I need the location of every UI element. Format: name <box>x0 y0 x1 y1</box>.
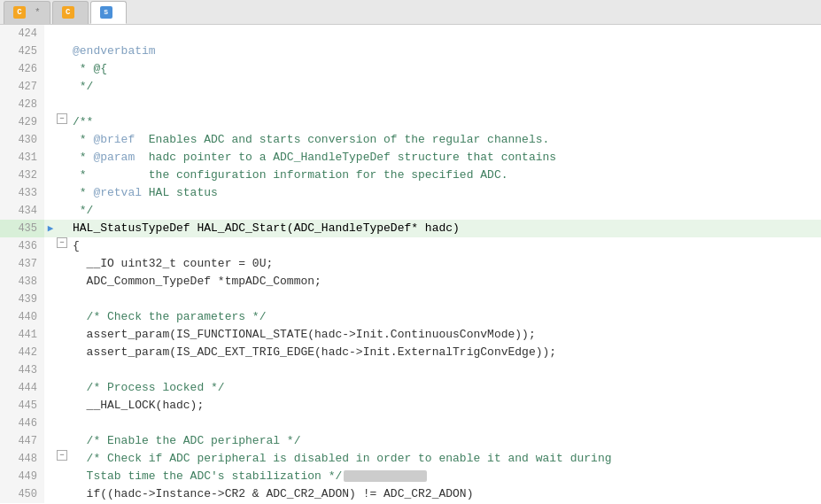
fold-spacer-432 <box>57 167 69 184</box>
code-line-441: 441 assert_param(IS_FUNCTIONAL_STATE(had… <box>0 326 821 344</box>
line-arrow-447 <box>44 432 57 450</box>
code-line-426: 426 * @{ <box>0 60 821 78</box>
fold-spacer-427 <box>57 78 69 96</box>
line-content-424 <box>69 25 821 43</box>
line-number-434: 434 <box>0 202 44 220</box>
fold-spacer-425 <box>57 43 69 60</box>
line-arrow-442 <box>44 344 57 361</box>
line-arrow-438 <box>44 273 57 291</box>
line-number-432: 432 <box>0 167 44 184</box>
fold-icon-448[interactable]: − <box>57 450 67 461</box>
fold-spacer-430 <box>57 131 69 149</box>
tab-main-c[interactable]: C * <box>4 1 50 24</box>
code-line-425: 425@endverbatim <box>0 43 821 60</box>
line-arrow-444 <box>44 379 57 397</box>
line-content-437: __IO uint32_t counter = 0U; <box>69 255 821 273</box>
line-arrow-450 <box>44 485 57 503</box>
line-arrow-425 <box>44 43 57 60</box>
line-content-433: * @retval HAL status <box>69 184 821 202</box>
blurred-content <box>344 470 427 482</box>
code-line-432: 432 * the configuration information for … <box>0 167 821 184</box>
line-arrow-440 <box>44 308 57 326</box>
fold-spacer-426 <box>57 60 69 78</box>
line-content-449: Tstab time the ADC's stabilization */ <box>69 468 821 485</box>
line-number-445: 445 <box>0 397 44 415</box>
line-arrow-433 <box>44 184 57 202</box>
line-content-442: assert_param(IS_ADC_EXT_TRIG_EDGE(hadc->… <box>69 344 821 361</box>
code-line-427: 427 */ <box>0 78 821 96</box>
code-area[interactable]: 424425@endverbatim426 * @{427 */428429−/… <box>0 25 821 504</box>
code-line-445: 445 __HAL_LOCK(hadc); <box>0 397 821 415</box>
tab-modified-main-c: * <box>35 7 41 18</box>
fold-spacer-444 <box>57 379 69 397</box>
line-arrow-436 <box>44 237 57 255</box>
code-line-439: 439 <box>0 291 821 308</box>
line-arrow-431 <box>44 149 57 167</box>
line-content-426: * @{ <box>69 60 821 78</box>
line-content-450: if((hadc->Instance->CR2 & ADC_CR2_ADON) … <box>69 485 821 503</box>
line-number-443: 443 <box>0 361 44 379</box>
fold-spacer-424 <box>57 25 69 43</box>
code-line-429: 429−/** <box>0 113 821 131</box>
line-arrow-437 <box>44 255 57 273</box>
line-content-438: ADC_Common_TypeDef *tmpADC_Common; <box>69 273 821 291</box>
line-content-441: assert_param(IS_FUNCTIONAL_STATE(hadc->I… <box>69 326 821 344</box>
line-number-424: 424 <box>0 25 44 43</box>
line-number-449: 449 <box>0 468 44 485</box>
line-content-435: HAL_StatusTypeDef HAL_ADC_Start(ADC_Hand… <box>69 220 821 237</box>
code-line-450: 450 if((hadc->Instance->CR2 & ADC_CR2_AD… <box>0 485 821 503</box>
fold-spacer-442 <box>57 344 69 361</box>
line-arrow-424 <box>44 25 57 43</box>
line-number-430: 430 <box>0 131 44 149</box>
line-content-444: /* Process locked */ <box>69 379 821 397</box>
line-number-427: 427 <box>0 78 44 96</box>
line-arrow-432 <box>44 167 57 184</box>
line-content-445: __HAL_LOCK(hadc); <box>69 397 821 415</box>
line-content-430: * @brief Enables ADC and starts conversi… <box>69 131 821 149</box>
line-number-435: 435 <box>0 220 44 237</box>
code-line-440: 440 /* Check the parameters */ <box>0 308 821 326</box>
fold-spacer-445 <box>57 397 69 415</box>
fold-icon-429[interactable]: − <box>57 113 67 124</box>
line-content-440: /* Check the parameters */ <box>69 308 821 326</box>
line-number-428: 428 <box>0 96 44 113</box>
line-content-446 <box>69 415 821 432</box>
line-content-428 <box>69 96 821 113</box>
line-number-429: 429 <box>0 113 44 131</box>
code-line-436: 436−{ <box>0 237 821 255</box>
fold-spacer-443 <box>57 361 69 379</box>
line-number-441: 441 <box>0 326 44 344</box>
line-arrow-441 <box>44 326 57 344</box>
line-number-444: 444 <box>0 379 44 397</box>
code-line-433: 433 * @retval HAL status <box>0 184 821 202</box>
line-arrow-429 <box>44 113 57 131</box>
tab-icon-main-c: C <box>13 6 26 19</box>
fold-spacer-440 <box>57 308 69 326</box>
line-number-433: 433 <box>0 184 44 202</box>
line-arrow-445 <box>44 397 57 415</box>
line-content-443 <box>69 361 821 379</box>
tab-stm32-hal[interactable]: S <box>90 1 127 24</box>
line-arrow-439 <box>44 291 57 308</box>
code-line-449: 449 Tstab time the ADC's stabilization *… <box>0 468 821 485</box>
line-arrow-427 <box>44 78 57 96</box>
line-content-447: /* Enable the ADC peripheral */ <box>69 432 821 450</box>
fold-icon-436[interactable]: − <box>57 237 67 248</box>
line-number-442: 442 <box>0 344 44 361</box>
line-content-448: /* Check if ADC peripheral is disabled i… <box>69 450 821 468</box>
line-arrow-448 <box>44 450 57 468</box>
code-line-444: 444 /* Process locked */ <box>0 379 821 397</box>
line-content-434: */ <box>69 202 821 220</box>
fold-spacer-439 <box>57 291 69 308</box>
fold-spacer-433 <box>57 184 69 202</box>
fold-spacer-441 <box>57 326 69 344</box>
fold-spacer-434 <box>57 202 69 220</box>
line-content-432: * the configuration information for the … <box>69 167 821 184</box>
code-line-438: 438 ADC_Common_TypeDef *tmpADC_Common; <box>0 273 821 291</box>
line-number-431: 431 <box>0 149 44 167</box>
line-content-431: * @param hadc pointer to a ADC_HandleTyp… <box>69 149 821 167</box>
line-arrow-443 <box>44 361 57 379</box>
line-number-439: 439 <box>0 291 44 308</box>
tab-adc-c[interactable]: C <box>52 1 89 24</box>
line-arrow-430 <box>44 131 57 149</box>
